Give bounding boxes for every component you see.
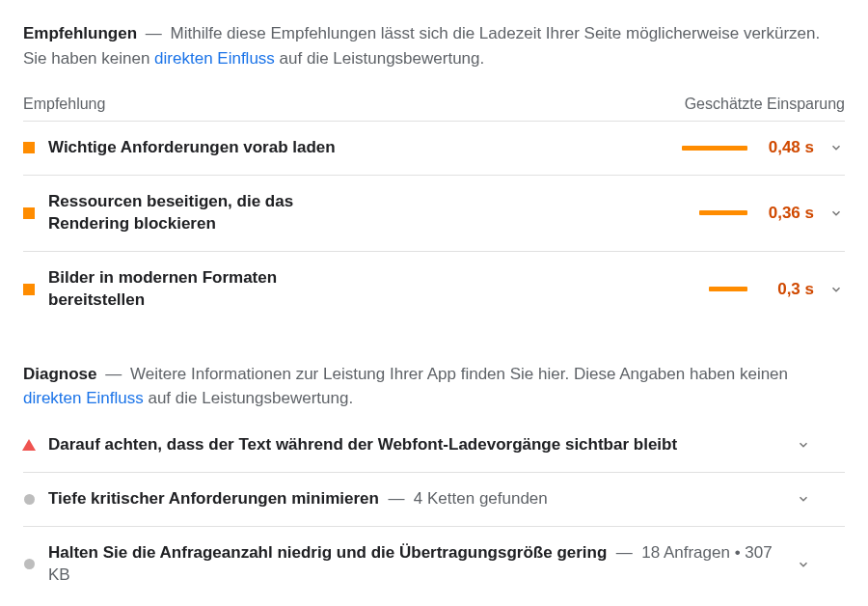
chevron-down-icon[interactable] [795, 492, 812, 506]
chevron-down-icon[interactable] [827, 207, 845, 220]
dash: — [146, 24, 167, 42]
recommendation-label: Ressourcen beseitigen, die das Rendering… [48, 191, 351, 235]
chevron-down-icon[interactable] [795, 438, 812, 452]
chevron-down-icon[interactable] [795, 558, 812, 571]
recommendations-rows: Wichtige Anforderungen vorab laden 0,48 … [23, 122, 845, 327]
savings-value: 0,36 s [761, 204, 814, 223]
status-square-icon [23, 142, 35, 153]
diagnostic-row[interactable]: Halten Sie die Anfrageanzahl niedrig und… [23, 527, 845, 602]
savings-bar [680, 210, 747, 215]
recommendation-label: Bilder in modernen Formaten bereitstelle… [48, 267, 351, 312]
diagnostics-desc-prefix: Weitere Informationen zur Leistung Ihrer… [130, 365, 788, 383]
recommendations-header: Empfehlungen — Mithilfe diese Empfehlung… [23, 21, 845, 70]
diagnostics-desc-link[interactable]: direkten Einfluss [23, 389, 144, 407]
recommendations-title: Empfehlungen [23, 24, 137, 42]
diagnostics-title: Diagnose [23, 365, 97, 383]
savings-value: 0,48 s [761, 138, 814, 157]
status-circle-icon [23, 493, 35, 505]
recommendation-label: Wichtige Anforderungen vorab laden [48, 137, 351, 159]
status-square-icon [23, 207, 35, 219]
recommendations-table-header: Empfehlung Geschätzte Einsparung [23, 78, 845, 122]
recommendation-row[interactable]: Ressourcen beseitigen, die das Rendering… [23, 176, 845, 252]
col-savings: Geschätzte Einsparung [685, 96, 845, 113]
chevron-down-icon[interactable] [827, 141, 845, 154]
status-triangle-icon [23, 439, 35, 451]
diagnostic-label: Tiefe kritischer Anforderungen minimiere… [48, 488, 781, 510]
status-square-icon [23, 284, 35, 295]
savings-value: 0,3 s [761, 280, 814, 299]
savings-bar [680, 146, 747, 151]
diagnostic-label: Halten Sie die Anfrageanzahl niedrig und… [48, 542, 781, 587]
diagnostic-row[interactable]: Darauf achten, dass der Text während der… [23, 419, 845, 473]
savings-bar [680, 287, 747, 291]
diagnostics-rows: Darauf achten, dass der Text während der… [23, 419, 845, 602]
diagnostic-row[interactable]: Tiefe kritischer Anforderungen minimiere… [23, 473, 845, 527]
col-recommendation: Empfehlung [23, 96, 105, 113]
status-circle-icon [23, 559, 35, 570]
chevron-down-icon[interactable] [827, 283, 845, 296]
diagnostics-header: Diagnose — Weitere Informationen zur Lei… [23, 362, 845, 411]
dash: — [105, 365, 126, 383]
recommendation-row[interactable]: Bilder in modernen Formaten bereitstelle… [23, 252, 845, 327]
recommendations-desc-link[interactable]: direkten Einfluss [154, 49, 275, 68]
recommendation-row[interactable]: Wichtige Anforderungen vorab laden 0,48 … [23, 122, 845, 176]
diagnostics-desc-suffix: auf die Leistungsbewertung. [144, 389, 353, 407]
diagnostic-label: Darauf achten, dass der Text während der… [48, 434, 781, 456]
recommendations-desc-suffix: auf die Leistungsbewertung. [275, 49, 484, 68]
